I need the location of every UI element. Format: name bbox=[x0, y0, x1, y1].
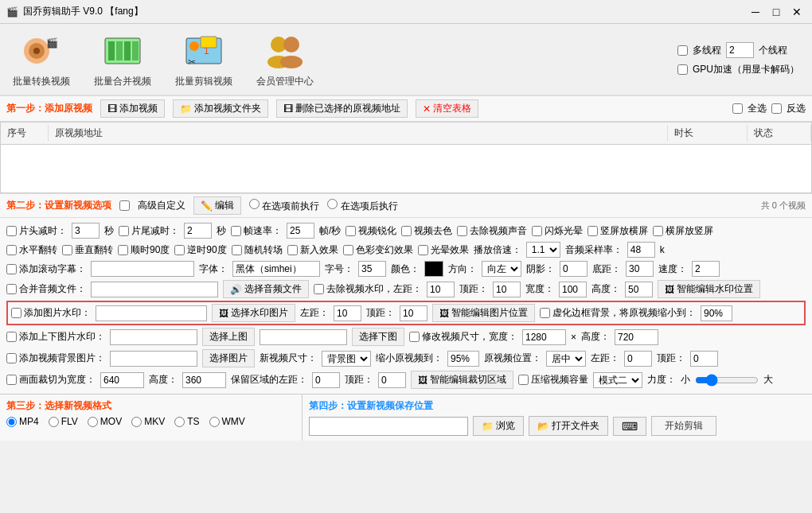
tail-cut-input[interactable] bbox=[184, 223, 212, 239]
edit-button[interactable]: ✏️ 编辑 bbox=[193, 196, 241, 215]
cmd-icon-button[interactable]: ⌨ bbox=[613, 417, 646, 436]
crop-width-input[interactable] bbox=[100, 372, 144, 388]
before-item-radio[interactable] bbox=[249, 199, 260, 209]
save-path-input[interactable]: E:\软件\新媒体 bbox=[309, 417, 468, 436]
select-all-checkbox[interactable] bbox=[732, 103, 743, 114]
tail-cut-checkbox[interactable] bbox=[119, 226, 129, 236]
merge-audio-input[interactable] bbox=[91, 282, 218, 297]
direction-select[interactable]: 向左向右 bbox=[482, 261, 521, 277]
add-image-watermark-checkbox[interactable] bbox=[11, 308, 21, 318]
bg-input[interactable] bbox=[110, 351, 197, 367]
smart-edit-watermark-button[interactable]: 🖼 智能编辑水印位置 bbox=[658, 280, 760, 298]
new-size-select[interactable]: 背景图 bbox=[322, 351, 371, 367]
bottom-input[interactable] bbox=[626, 261, 654, 277]
bottom-img-input[interactable] bbox=[260, 329, 347, 345]
advanced-custom-checkbox[interactable] bbox=[119, 200, 130, 211]
image-watermark-input[interactable] bbox=[96, 305, 207, 321]
add-bg-checkbox[interactable] bbox=[6, 353, 17, 363]
force-slider[interactable] bbox=[695, 375, 759, 386]
subtitle-input[interactable] bbox=[91, 261, 194, 277]
scale-input[interactable] bbox=[701, 305, 732, 321]
add-top-watermark-checkbox[interactable] bbox=[6, 332, 17, 342]
wm-left-input[interactable] bbox=[334, 305, 361, 321]
video-width-input[interactable] bbox=[522, 329, 566, 345]
batch-convert-button[interactable]: 🎬 批量转换视频 bbox=[13, 30, 70, 88]
size-input[interactable] bbox=[358, 261, 386, 277]
remove-watermark-checkbox[interactable] bbox=[314, 284, 324, 294]
keep-left-input[interactable] bbox=[312, 372, 340, 388]
member-center-button[interactable]: 会员管理中心 bbox=[256, 30, 314, 88]
maximize-button[interactable]: □ bbox=[767, 3, 785, 21]
head-cut-checkbox[interactable] bbox=[6, 226, 17, 236]
select-audio-button[interactable]: 🔊 选择音频文件 bbox=[223, 280, 309, 298]
watermark-left-input[interactable] bbox=[427, 282, 455, 297]
format-mkv-radio[interactable] bbox=[131, 417, 142, 427]
head-cut-input[interactable] bbox=[72, 223, 100, 239]
left-r7-input[interactable] bbox=[624, 351, 652, 367]
vertical-expand-checkbox[interactable] bbox=[588, 226, 598, 236]
light-effect-checkbox[interactable] bbox=[418, 245, 428, 255]
minimize-button[interactable]: ─ bbox=[747, 3, 764, 21]
frame-rate-input[interactable] bbox=[287, 223, 314, 239]
font-input[interactable] bbox=[232, 261, 320, 277]
gpu-accel-checkbox[interactable] bbox=[677, 64, 688, 75]
watermark-height-input[interactable] bbox=[625, 282, 653, 297]
flip-v-checkbox[interactable] bbox=[62, 245, 72, 255]
smart-crop-button[interactable]: 🖼 智能编辑裁切区域 bbox=[411, 371, 513, 389]
format-mov-radio[interactable] bbox=[88, 417, 98, 427]
select-img-button[interactable]: 选择图片 bbox=[202, 349, 255, 367]
color-change-checkbox[interactable] bbox=[343, 245, 353, 255]
merge-audio-checkbox[interactable] bbox=[6, 284, 17, 294]
crop-checkbox[interactable] bbox=[6, 375, 17, 385]
crop-height-input[interactable] bbox=[182, 372, 226, 388]
format-ts-radio[interactable] bbox=[174, 417, 185, 427]
close-button[interactable]: ✕ bbox=[788, 3, 806, 21]
batch-clip-button[interactable]: ✂ 1 批量剪辑视频 bbox=[175, 30, 232, 88]
video-decolor-checkbox[interactable] bbox=[401, 226, 412, 236]
video-height-input[interactable] bbox=[615, 329, 658, 345]
scale-r7-input[interactable] bbox=[447, 351, 479, 367]
speed-input[interactable] bbox=[692, 261, 720, 277]
wm-top-input[interactable] bbox=[400, 305, 427, 321]
flip-h-checkbox[interactable] bbox=[6, 245, 17, 255]
delete-selected-button[interactable]: 🎞 删除已选择的原视频地址 bbox=[276, 99, 408, 118]
thread-count-input[interactable] bbox=[726, 42, 754, 58]
position-select[interactable]: 居中 bbox=[546, 351, 586, 367]
random-rotate-checkbox[interactable] bbox=[232, 245, 242, 255]
format-wmv-radio[interactable] bbox=[209, 417, 220, 427]
batch-merge-button[interactable]: 批量合并视频 bbox=[94, 30, 151, 88]
open-folder-button[interactable]: 📂 打开文件夹 bbox=[529, 416, 608, 436]
rotate90r-checkbox[interactable] bbox=[174, 245, 185, 255]
clear-table-button[interactable]: ✕ 清空表格 bbox=[416, 99, 478, 118]
add-folder-button[interactable]: 📁 添加视频文件夹 bbox=[173, 99, 268, 118]
watermark-top-input[interactable] bbox=[493, 282, 521, 297]
keep-top-input[interactable] bbox=[378, 372, 406, 388]
new-effect-checkbox[interactable] bbox=[287, 245, 298, 255]
format-flv-radio[interactable] bbox=[49, 417, 59, 427]
color-input[interactable] bbox=[424, 261, 443, 277]
watermark-width-input[interactable] bbox=[559, 282, 587, 297]
after-item-radio[interactable] bbox=[327, 199, 338, 209]
virtual-border-checkbox[interactable] bbox=[540, 308, 550, 318]
top-r7-input[interactable] bbox=[690, 351, 718, 367]
add-video-button[interactable]: 🎞 添加视频 bbox=[100, 99, 165, 118]
multithread-checkbox[interactable] bbox=[677, 45, 688, 56]
frame-rate-checkbox[interactable] bbox=[231, 226, 241, 236]
smart-edit-img-button[interactable]: 🖼 智能编辑图片位置 bbox=[432, 304, 535, 322]
select-watermark-button[interactable]: 🖼 选择水印图片 bbox=[212, 304, 295, 322]
browse-button[interactable]: 📁 浏览 bbox=[473, 416, 524, 436]
remove-audio-checkbox[interactable] bbox=[457, 226, 467, 236]
format-mp4-radio[interactable] bbox=[6, 417, 17, 427]
compress-mode-select[interactable]: 模式二 bbox=[593, 372, 642, 388]
horizontal-expand-checkbox[interactable] bbox=[653, 226, 663, 236]
select-bottom-button[interactable]: 选择下图 bbox=[352, 328, 404, 346]
video-sharpen-checkbox[interactable] bbox=[345, 226, 356, 236]
modify-size-checkbox[interactable] bbox=[409, 332, 420, 342]
playback-speed-select[interactable]: 1.11.21.52.0 bbox=[526, 242, 560, 258]
scroll-subtitle-checkbox[interactable] bbox=[6, 264, 17, 274]
select-top-button[interactable]: 选择上图 bbox=[202, 328, 255, 346]
flicker-checkbox[interactable] bbox=[532, 226, 542, 236]
top-img-input[interactable] bbox=[110, 329, 197, 345]
start-clip-button[interactable]: 开始剪辑 bbox=[651, 416, 716, 436]
shadow-input[interactable] bbox=[560, 261, 588, 277]
